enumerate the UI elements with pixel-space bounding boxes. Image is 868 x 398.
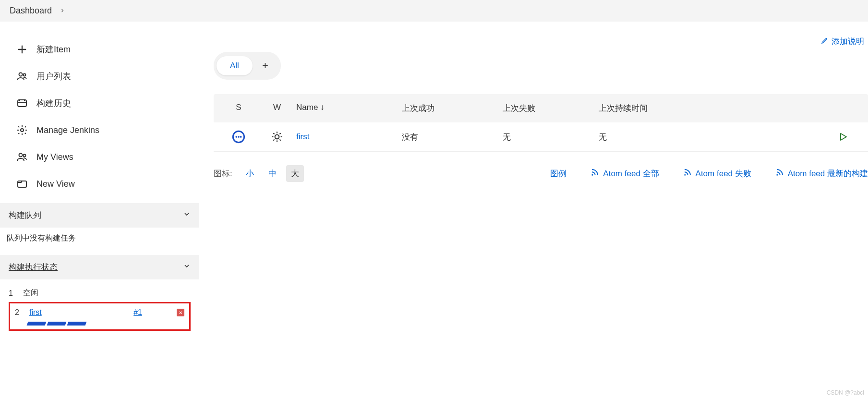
- name-cell: first: [296, 132, 402, 142]
- size-small[interactable]: 小: [241, 165, 259, 182]
- link-text: 添加说明: [832, 36, 864, 47]
- svg-point-5: [24, 155, 26, 157]
- people-icon: [16, 151, 28, 163]
- feed-failed-link[interactable]: Atom feed 失败: [683, 168, 751, 179]
- executor-row-idle: 1 空闲: [7, 285, 193, 301]
- executor-number: 1: [9, 289, 17, 298]
- nav-people[interactable]: 用户列表: [10, 63, 190, 90]
- job-link[interactable]: first: [296, 132, 309, 141]
- weather-cell: [258, 131, 296, 143]
- rss-icon: [683, 168, 692, 179]
- last-failure-cell: 无: [503, 132, 599, 143]
- chevron-right-icon: [60, 7, 65, 15]
- executors-panel: 构建执行状态 1 空闲 2 first #1 ✕: [0, 255, 199, 338]
- nav-manage-jenkins[interactable]: Manage Jenkins: [10, 117, 190, 144]
- feed-latest-link[interactable]: Atom feed 最新的构建: [775, 168, 868, 179]
- status-building-icon: [232, 130, 245, 144]
- build-queue-panel: 构建队列 队列中没有构建任务: [0, 203, 199, 249]
- svg-rect-6: [18, 181, 26, 187]
- table-footer: 图标: 小 中 大 图例 Atom feed 全部 Atom feed 失败 A…: [214, 165, 868, 182]
- rss-icon: [591, 168, 599, 179]
- main-content: 添加说明 All + S W Name ↓ 上次成功 上次失败 上次持续时间: [199, 22, 868, 338]
- nav-my-views[interactable]: My Views: [10, 144, 190, 170]
- add-description-link[interactable]: 添加说明: [821, 36, 864, 47]
- last-duration-cell: 无: [599, 132, 824, 143]
- build-queue-header[interactable]: 构建队列: [0, 203, 199, 228]
- svg-point-4: [19, 154, 23, 157]
- executor-status: 空闲: [23, 288, 38, 298]
- last-success-cell: 没有: [402, 132, 503, 143]
- nav-label: 构建历史: [36, 97, 71, 109]
- svg-point-3: [21, 129, 24, 132]
- build-now-button[interactable]: [824, 131, 862, 143]
- svg-point-11: [275, 135, 279, 139]
- nav-list: 新建Item 用户列表 构建历史 Manage Jenkins My Views…: [0, 36, 199, 197]
- table-row: first 没有 无 无: [214, 122, 868, 152]
- breadcrumb-bar: Dashboard: [0, 0, 868, 22]
- svg-point-14: [776, 174, 778, 176]
- nav-build-history[interactable]: 构建历史: [10, 90, 190, 117]
- table-header: S W Name ↓ 上次成功 上次失败 上次持续时间: [214, 94, 868, 122]
- svg-point-10: [240, 136, 242, 138]
- nav-new-view[interactable]: New View: [10, 170, 190, 197]
- gear-icon: [16, 124, 28, 136]
- tab-all[interactable]: All: [217, 56, 253, 75]
- rss-icon: [775, 168, 784, 179]
- plus-icon: [16, 44, 28, 55]
- executor-number: 2: [15, 308, 24, 317]
- nav-label: 用户列表: [36, 71, 71, 82]
- svg-point-9: [238, 136, 240, 138]
- history-icon: [16, 97, 28, 109]
- tab-add[interactable]: +: [253, 55, 278, 77]
- size-medium[interactable]: 中: [264, 165, 281, 182]
- executors-header[interactable]: 构建执行状态: [0, 255, 199, 279]
- build-queue-body: 队列中没有构建任务: [0, 228, 199, 249]
- col-last-success[interactable]: 上次成功: [402, 103, 503, 114]
- nav-label: New View: [36, 179, 75, 189]
- executor-highlight: 2 first #1 ✕: [9, 302, 191, 331]
- executor-row-building: 2 first #1 ✕: [13, 305, 186, 320]
- nav-label: Manage Jenkins: [36, 125, 99, 135]
- col-weather[interactable]: W: [258, 103, 296, 114]
- nav-label: 新建Item: [36, 44, 71, 55]
- cancel-build-icon[interactable]: ✕: [177, 309, 184, 316]
- weather-sunny-icon: [271, 131, 283, 143]
- col-last-duration[interactable]: 上次持续时间: [599, 103, 824, 114]
- executor-build-link[interactable]: #1: [133, 308, 142, 317]
- sidebar: 新建Item 用户列表 构建历史 Manage Jenkins My Views…: [0, 22, 199, 338]
- nav-label: My Views: [36, 152, 73, 162]
- col-name[interactable]: Name ↓: [296, 103, 402, 114]
- progress-bar: [27, 322, 186, 326]
- panel-title: 构建队列: [9, 210, 41, 221]
- svg-point-12: [592, 174, 593, 176]
- legend-link[interactable]: 图例: [550, 168, 567, 179]
- jobs-table: S W Name ↓ 上次成功 上次失败 上次持续时间 first 没有: [214, 94, 868, 152]
- chevron-down-icon: [183, 210, 191, 220]
- breadcrumb-item[interactable]: Dashboard: [10, 6, 52, 16]
- feed-all-link[interactable]: Atom feed 全部: [591, 168, 659, 179]
- icon-size-label: 图标:: [214, 168, 232, 179]
- chevron-down-icon: [183, 262, 191, 272]
- executor-job-link[interactable]: first: [29, 308, 42, 317]
- svg-point-13: [684, 174, 686, 176]
- svg-rect-2: [18, 100, 26, 107]
- nav-new-item[interactable]: 新建Item: [10, 36, 190, 63]
- executors-body: 1 空闲 2 first #1 ✕: [0, 279, 199, 338]
- col-last-failure[interactable]: 上次失败: [503, 103, 599, 114]
- pencil-icon: [821, 36, 829, 47]
- folder-icon: [16, 178, 28, 190]
- col-status[interactable]: S: [219, 103, 258, 114]
- panel-title: 构建执行状态: [9, 262, 58, 273]
- view-tabs: All +: [214, 52, 281, 80]
- people-icon: [16, 71, 28, 82]
- svg-point-1: [24, 74, 26, 76]
- svg-point-8: [235, 136, 237, 138]
- svg-point-0: [19, 73, 23, 76]
- size-large[interactable]: 大: [286, 165, 304, 182]
- status-cell: [219, 130, 258, 144]
